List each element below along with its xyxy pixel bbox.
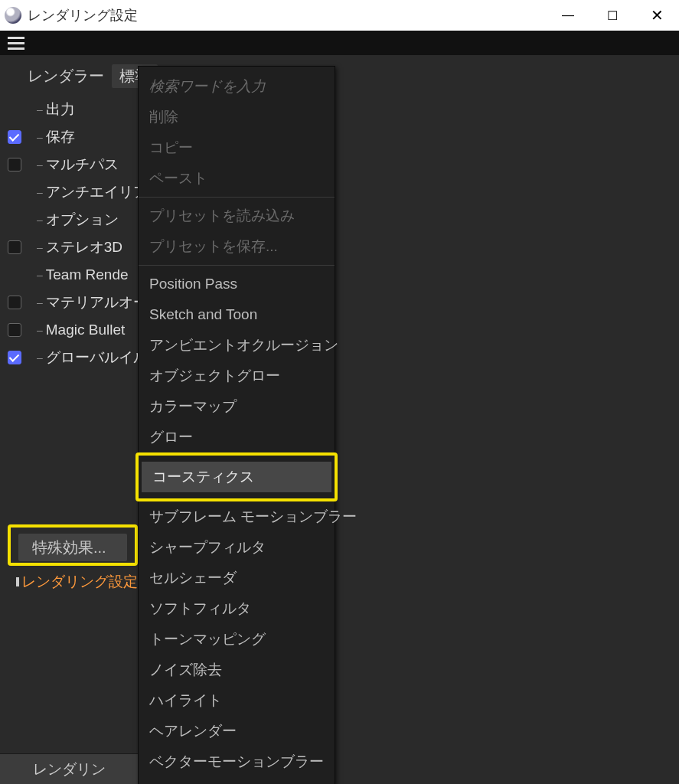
effect-item[interactable]: ソフトフィルタ (139, 593, 335, 624)
effect-item[interactable]: ヘアレンダー (139, 716, 335, 746)
menu-item[interactable]: プリセットを保存... (139, 231, 335, 262)
menu-item[interactable]: プリセットを読み込み (139, 201, 335, 231)
tree-item-label: Team Rende (46, 266, 129, 283)
close-button[interactable]: ✕ (635, 0, 679, 31)
effect-item[interactable]: グロー (139, 422, 335, 452)
effect-item[interactable]: カラーマップ (139, 391, 335, 422)
effect-item[interactable]: オブジェクトグロー (139, 361, 335, 391)
expand-icon (14, 575, 15, 589)
maximize-button[interactable]: ☐ (590, 0, 635, 31)
separator (139, 265, 335, 266)
effect-item[interactable]: ハイライト (139, 685, 335, 716)
render-settings-row[interactable]: レンダリング設定 (8, 566, 138, 593)
effect-item[interactable]: Sketch and Toon (139, 299, 335, 330)
tree-item-label: ステレオ3D (46, 237, 122, 257)
tree-item[interactable]: –マルチパス (8, 151, 138, 178)
checkbox[interactable] (8, 130, 21, 144)
app-icon (5, 7, 21, 24)
tree-item-label: オプション (46, 210, 119, 230)
window-buttons: — ☐ ✕ (546, 0, 679, 31)
tree-item-label: グローバルイル (46, 348, 148, 368)
effects-button[interactable]: 特殊効果... (18, 534, 127, 561)
window-title: レンダリング設定 (28, 6, 138, 24)
tree-item[interactable]: –アンチエイリア (8, 178, 138, 206)
tree-item-label: マテリアルオー (46, 292, 148, 312)
menu-bar (0, 31, 679, 55)
tree-item[interactable]: –グローバルイル (8, 344, 138, 371)
menu-item[interactable]: コピー (139, 132, 335, 163)
tree-item-label: Magic Bullet (46, 322, 126, 338)
tree-item-label: マルチパス (46, 155, 119, 175)
minimize-button[interactable]: — (546, 0, 590, 31)
menu-item[interactable]: 削除 (139, 102, 335, 132)
separator (139, 197, 335, 198)
effect-item[interactable]: セルシェーダ (139, 563, 335, 593)
menu-item[interactable]: ペースト (139, 163, 335, 194)
effect-item[interactable]: ノイズ除去 (139, 655, 335, 685)
tree-item-label: 出力 (46, 100, 75, 119)
render-settings-link: レンダリング設定 (21, 572, 138, 592)
caustics-highlight: コースティクス (135, 452, 338, 501)
effects-button-highlight: 特殊効果... (8, 524, 138, 566)
tree-item[interactable]: –Magic Bullet (8, 316, 138, 344)
renderer-label: レンダラー (28, 66, 104, 87)
effect-item[interactable]: ベクターモーションブラー (139, 746, 335, 777)
tree-item[interactable]: –ステレオ3D (8, 234, 138, 261)
renderer-row: レンダラー 標準 (0, 55, 679, 96)
effect-item[interactable]: コースティクス (142, 462, 331, 492)
effects-popup: 検索ワードを入力 削除コピーペースト プリセットを読み込みプリセットを保存...… (138, 66, 335, 784)
hamburger-icon[interactable] (8, 37, 24, 50)
effect-item[interactable]: シャープフィルタ (139, 532, 335, 563)
tree-item[interactable]: –オプション (8, 206, 138, 234)
effect-item[interactable]: Position Pass (139, 269, 335, 299)
checkbox[interactable] (8, 240, 21, 254)
tree-item[interactable]: –出力 (8, 96, 138, 123)
tree-item[interactable]: –マテリアルオー (8, 289, 138, 316)
checkbox[interactable] (8, 158, 21, 172)
checkbox[interactable] (8, 351, 21, 364)
checkbox[interactable] (8, 323, 21, 337)
search-input[interactable]: 検索ワードを入力 (139, 71, 335, 102)
settings-tree: –出力–保存–マルチパス–アンチエイリア–オプション–ステレオ3D–Team R… (0, 96, 138, 593)
tree-item-label: アンチエイリア (46, 182, 148, 202)
title-bar: レンダリング設定 — ☐ ✕ (0, 0, 679, 31)
effect-item[interactable]: アンビエントオクルージョン (139, 330, 335, 361)
tree-item[interactable]: –保存 (8, 123, 138, 151)
tree-item-label: 保存 (46, 127, 75, 147)
effect-item[interactable]: トーンマッピング (139, 624, 335, 655)
effect-item[interactable]: サブフレーム モーションブラー (139, 501, 335, 532)
tree-item[interactable]: –Team Rende (8, 261, 138, 289)
checkbox[interactable] (8, 296, 21, 309)
footer-button[interactable]: レンダリン (0, 753, 138, 784)
